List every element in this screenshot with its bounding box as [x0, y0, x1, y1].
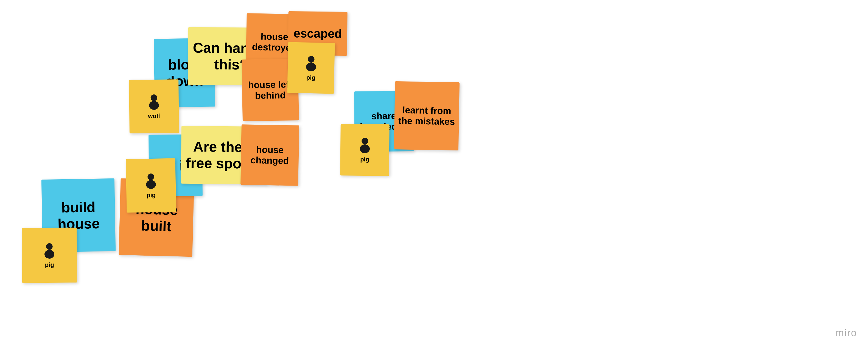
pig-3-label: pig — [147, 191, 156, 199]
pig-1-label: pig — [45, 261, 54, 269]
wolf-card: wolf — [129, 79, 179, 133]
pig-1-card: pig — [22, 228, 77, 283]
learnt-mistakes-card: learnt from the mistakes — [394, 81, 460, 151]
svg-point-6 — [147, 173, 154, 180]
pig-2-card: pig — [287, 42, 335, 94]
wolf-icon — [146, 93, 162, 110]
pig-4-label: pig — [360, 156, 369, 163]
pig-2-label: pig — [306, 74, 315, 81]
svg-point-4 — [308, 56, 314, 62]
wolf-label: wolf — [148, 112, 160, 119]
house-changed-card: house changed — [241, 124, 299, 186]
svg-point-3 — [149, 101, 159, 109]
pig-3-icon — [143, 172, 159, 189]
learnt-mistakes-text: learnt from the mistakes — [394, 104, 459, 127]
pig-1-icon — [41, 242, 58, 259]
miro-logo: miro — [836, 327, 857, 339]
svg-point-9 — [360, 145, 370, 153]
escaped-text: escaped — [293, 26, 342, 41]
pig-4-card: pig — [340, 124, 390, 176]
house-changed-text: house changed — [241, 144, 299, 166]
svg-point-2 — [151, 94, 157, 101]
pig-4-icon — [356, 137, 373, 154]
build-house-text: build house — [42, 198, 115, 232]
pig-2-icon — [303, 55, 319, 71]
pig-3-card: pig — [126, 158, 176, 213]
svg-point-0 — [46, 243, 53, 250]
svg-point-5 — [306, 62, 316, 71]
svg-point-8 — [362, 138, 368, 145]
svg-point-1 — [44, 250, 54, 259]
svg-point-7 — [146, 180, 156, 189]
